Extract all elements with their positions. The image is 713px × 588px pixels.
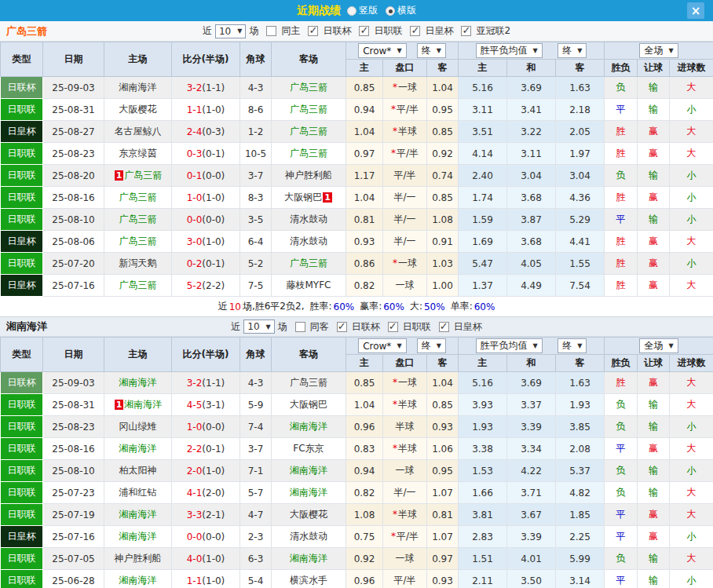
home-team-name: 湘南海洋 bbox=[119, 82, 157, 93]
avg-home-odds: 2.83 bbox=[459, 526, 507, 548]
same-venue-label[interactable]: 同主 bbox=[281, 24, 300, 38]
league-checkbox-1[interactable] bbox=[359, 26, 369, 36]
league-checkbox-0[interactable] bbox=[337, 322, 347, 332]
full-time-score: 1-0 bbox=[187, 422, 203, 433]
handicap-line: *平/半 bbox=[383, 143, 427, 165]
avg-home-odds: 3.38 bbox=[459, 438, 507, 460]
handicap-line-value: 一球 bbox=[396, 465, 415, 476]
league-checkbox-0[interactable] bbox=[308, 26, 318, 36]
avg-home-odds: 1.51 bbox=[459, 548, 507, 570]
avg-odds-select[interactable]: 胜平负均值▼ bbox=[476, 43, 543, 58]
league-checkbox-1[interactable] bbox=[388, 322, 398, 332]
home-team-cell: 广岛三箭 bbox=[104, 187, 172, 209]
radio-horizontal-layout[interactable]: 横版 bbox=[386, 4, 416, 17]
avg-away-odds: 3.14 bbox=[556, 570, 605, 588]
radio-vertical-layout[interactable]: 竖版 bbox=[347, 4, 378, 17]
result-handicap: 赢 bbox=[638, 504, 670, 526]
away-team-cell: 广岛三箭 bbox=[272, 143, 346, 165]
handicap-away-odds: 0.85 bbox=[427, 394, 459, 416]
recent-count-select[interactable]: 10▼ bbox=[215, 24, 246, 38]
table-row: 日职联25-08-16广岛三箭1-0(1-0)8-3大阪钢巴11.04半/一0.… bbox=[1, 187, 713, 209]
league-checkbox-label-3[interactable]: 亚冠联2 bbox=[476, 24, 510, 38]
league-checkbox-label-0[interactable]: 日联杯 bbox=[323, 24, 351, 38]
league-checkbox-label-1[interactable]: 日职联 bbox=[403, 320, 431, 334]
match-date: 25-08-20 bbox=[43, 165, 104, 187]
league-checkbox-label-1[interactable]: 日职联 bbox=[374, 24, 402, 38]
radio-vertical-icon[interactable] bbox=[347, 6, 356, 16]
handicap-away-odds: 1.03 bbox=[427, 253, 459, 275]
away-team-cell: 广岛三箭 bbox=[272, 372, 346, 394]
home-team-name: 湘南海洋 bbox=[119, 575, 157, 586]
handicap-line: *平/半 bbox=[383, 99, 427, 121]
sub-header-8: 进球数 bbox=[670, 60, 713, 77]
avg-draw-odds: 3.69 bbox=[507, 77, 556, 99]
avg-home-odds: 3.51 bbox=[459, 121, 507, 143]
same-venue-label[interactable]: 同客 bbox=[310, 320, 329, 334]
final-odds-select-1[interactable]: 终▼ bbox=[417, 43, 446, 58]
league-checkbox-label-2[interactable]: 日皇杯 bbox=[454, 320, 482, 334]
corner-count: 7-4 bbox=[240, 416, 272, 438]
final-odds-select-2[interactable]: 终▼ bbox=[558, 338, 587, 353]
league-checkbox-3[interactable] bbox=[461, 26, 471, 36]
avg-home-odds: 3.11 bbox=[459, 99, 507, 121]
away-team-cell: 神户胜利船 bbox=[272, 165, 346, 187]
league-checkbox-2[interactable] bbox=[439, 322, 449, 332]
summary-stat-label-2: 大: bbox=[410, 300, 422, 313]
away-team-name: 湘南海洋 bbox=[290, 487, 327, 498]
table-row: 日职联25-07-23浦和红钻4-1(2-0)5-7湘南海洋0.82半/一1.0… bbox=[1, 482, 713, 504]
chevron-down-icon: ▼ bbox=[577, 47, 582, 54]
league-checkbox-label-0[interactable]: 日联杯 bbox=[352, 320, 380, 334]
avg-home-odds: 1.53 bbox=[459, 460, 507, 482]
match-date: 25-09-03 bbox=[43, 77, 104, 99]
league-checkbox-label-2[interactable]: 日皇杯 bbox=[425, 24, 453, 38]
half-time-score: (0-0) bbox=[202, 531, 225, 542]
score-cell: 2-0(1-0) bbox=[172, 460, 240, 482]
handicap-home-odds: 1.04 bbox=[346, 121, 383, 143]
table-row: 日职联25-08-311湘南海洋4-5(3-1)5-9大阪钢巴1.04*半球0.… bbox=[1, 394, 713, 416]
table-row: 日职联25-08-23冈山绿雉1-0(0-0)7-4湘南海洋0.96半球0.93… bbox=[1, 416, 713, 438]
full-time-score: 4-1 bbox=[187, 488, 203, 499]
avg-away-odds: 2.25 bbox=[556, 526, 605, 548]
radio-horizontal-icon[interactable] bbox=[386, 6, 395, 16]
star-icon: * bbox=[393, 399, 397, 410]
score-cell: 3-3(2-1) bbox=[172, 504, 240, 526]
bookmaker-select[interactable]: Crow*▼ bbox=[358, 338, 406, 353]
star-icon: * bbox=[393, 126, 397, 137]
bookmaker-select[interactable]: Crow*▼ bbox=[358, 43, 406, 58]
close-icon[interactable]: × bbox=[687, 2, 704, 19]
sub-header-8: 进球数 bbox=[670, 355, 713, 372]
away-team-name: FC东京 bbox=[293, 443, 324, 454]
star-icon: * bbox=[391, 148, 396, 159]
away-team-cell: 藤枝MYFC bbox=[272, 275, 346, 297]
same-venue-checkbox[interactable] bbox=[295, 322, 305, 332]
sub-header-4: 和 bbox=[507, 60, 556, 77]
avg-away-odds: 1.85 bbox=[556, 504, 605, 526]
full-time-score: 2-2 bbox=[187, 444, 203, 455]
final-odds-select-1[interactable]: 终▼ bbox=[417, 338, 446, 353]
league-badge: 日职联 bbox=[1, 438, 43, 460]
score-cell: 0-3(0-1) bbox=[172, 143, 240, 165]
home-team-cell: 广岛三箭 bbox=[104, 231, 172, 253]
league-badge: 日职联 bbox=[1, 504, 43, 526]
scope-select[interactable]: 全场▼ bbox=[639, 43, 678, 58]
result-wdl: 胜 bbox=[605, 143, 638, 165]
handicap-line: 半/一 bbox=[383, 231, 427, 253]
col-header-3: 比分(半场) bbox=[172, 338, 240, 372]
scope-select[interactable]: 全场▼ bbox=[639, 338, 678, 353]
full-time-score: 1-1 bbox=[187, 104, 203, 115]
recent-count-select[interactable]: 10▼ bbox=[243, 320, 274, 334]
corner-count: 4-3 bbox=[240, 77, 272, 99]
avg-odds-select[interactable]: 胜平负均值▼ bbox=[476, 338, 543, 353]
home-team-name: 湘南海洋 bbox=[119, 509, 157, 520]
league-badge: 日职联 bbox=[1, 143, 43, 165]
handicap-line-value: 半球 bbox=[398, 443, 417, 454]
same-venue-checkbox[interactable] bbox=[266, 26, 276, 36]
match-date: 25-08-31 bbox=[43, 99, 104, 121]
match-date: 25-07-23 bbox=[43, 482, 104, 504]
final-odds-select-2[interactable]: 终▼ bbox=[558, 43, 587, 58]
avg-draw-odds: 3.87 bbox=[507, 209, 556, 231]
league-checkbox-2[interactable] bbox=[410, 26, 420, 36]
corner-count: 5-9 bbox=[240, 394, 272, 416]
summary-prefix: 近 bbox=[218, 300, 228, 313]
home-team-cell: 名古屋鲸八 bbox=[104, 121, 172, 143]
